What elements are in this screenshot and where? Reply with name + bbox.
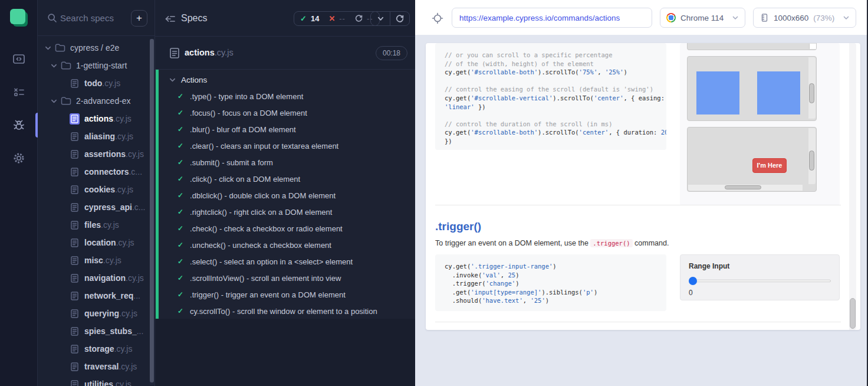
- code-token: cy.get(: [445, 94, 471, 102]
- debug-bug-icon: [12, 118, 26, 132]
- rail-item-runs[interactable]: [0, 79, 38, 105]
- tree-row[interactable]: cypress_api.c...: [38, 198, 154, 216]
- scrollbar-thumb[interactable]: [809, 83, 814, 103]
- tree-row[interactable]: navigation.cy.js: [38, 269, 154, 287]
- tree-row[interactable]: assertions.cy.js: [38, 145, 154, 163]
- tree-row[interactable]: actions.cy.js: [38, 110, 154, 127]
- tree-row[interactable]: cookies.cy.js: [38, 181, 154, 198]
- rail-item-settings[interactable]: [0, 145, 38, 171]
- passed-check-icon: ✓: [177, 274, 183, 282]
- test-row[interactable]: ✓.rightclick() - right click on a DOM el…: [155, 204, 415, 220]
- tree-scrollbar-thumb[interactable]: [150, 39, 154, 382]
- suite-header[interactable]: Actions: [155, 72, 415, 88]
- test-row[interactable]: ✓.blur() - blur off a DOM element: [155, 121, 415, 138]
- demo-vertical-scrollbar[interactable]: [808, 128, 816, 184]
- tree-row[interactable]: files.cy.js: [38, 216, 154, 234]
- code-token: ,: [501, 271, 508, 279]
- collapse-panel-icon[interactable]: [165, 14, 176, 24]
- im-here-button[interactable]: I'm Here: [752, 158, 787, 173]
- test-row[interactable]: ✓.dblclick() - double click on a DOM ele…: [155, 187, 415, 204]
- test-row[interactable]: ✓.clear() - clears an input or textarea …: [155, 138, 415, 154]
- tree-row[interactable]: todo.cy.js: [38, 74, 154, 92]
- reporter-panel: Specs ✓ 14 ✕ -- --: [154, 0, 415, 386]
- code-token: ): [515, 280, 519, 287]
- code-token: // control the duration of the scroll (i…: [445, 120, 612, 127]
- tree-row[interactable]: querying.cy.js: [38, 305, 154, 322]
- slider-track: [689, 280, 831, 282]
- file-ext: .cy.js: [101, 220, 119, 230]
- tree-row[interactable]: utilities.cy.js: [38, 375, 154, 386]
- scrollable-target-box[interactable]: I'm Here: [687, 127, 817, 192]
- test-title: .select() - select an option in a <selec…: [190, 257, 353, 266]
- test-row[interactable]: ✓.check() - check a checkbox or radio el…: [155, 220, 415, 237]
- scrollable-both-box[interactable]: [687, 56, 817, 121]
- code-token: , { easing:: [623, 94, 665, 102]
- viewport-size-dropdown[interactable]: 1000x660 (73%): [753, 8, 856, 28]
- spec-file-icon: [70, 184, 80, 195]
- rail-item-specs[interactable]: [0, 46, 38, 72]
- tree-row[interactable]: connectors.c...: [38, 163, 154, 181]
- demo-blue-square: [696, 71, 739, 115]
- spec-file-icon: [70, 273, 80, 284]
- file-ext: .cy.js: [103, 256, 121, 265]
- collapse-all-button[interactable]: [371, 12, 390, 25]
- file-name: spies_stubs_: [84, 326, 137, 336]
- tree-row[interactable]: cypress / e2e: [38, 39, 154, 57]
- file-name: network_req: [84, 291, 133, 300]
- url-bar[interactable]: https://example.cypress.io/commands/acti…: [452, 8, 652, 28]
- code-token: ).scrollTo(: [538, 129, 579, 136]
- test-row[interactable]: ✓.trigger() - trigger an event on a DOM …: [155, 286, 415, 303]
- rail-item-debug[interactable]: [0, 112, 38, 138]
- chevron-down-icon: [51, 63, 57, 69]
- tree-row[interactable]: 2-advanced-ex: [38, 92, 154, 110]
- tree-row[interactable]: misc.cy.js: [38, 251, 154, 269]
- tree-scrollbar[interactable]: [150, 39, 154, 385]
- spec-file-icon: [70, 113, 80, 125]
- test-title: .trigger() - trigger an event on a DOM e…: [190, 290, 346, 299]
- tree-row[interactable]: traversal.cy.js: [38, 358, 154, 375]
- tree-row[interactable]: 1-getting-start: [38, 57, 154, 74]
- spec-file-icon: [70, 361, 80, 372]
- browser-version-label: Chrome 114: [680, 14, 727, 22]
- test-row[interactable]: ✓.type() - type into a DOM element: [155, 88, 415, 104]
- passed-check-icon: ✓: [177, 175, 183, 183]
- test-row[interactable]: ✓.uncheck() - uncheck a checkbox element: [155, 237, 415, 253]
- tree-row[interactable]: network_req...: [38, 287, 154, 305]
- aut-page-scrollbar[interactable]: [849, 43, 856, 330]
- test-row[interactable]: ✓.scrollIntoView() - scroll an element i…: [155, 270, 415, 286]
- running-spec-row[interactable]: actions.cy.js 00:18: [155, 37, 415, 70]
- test-row[interactable]: ✓.focus() - focus on a DOM element: [155, 104, 415, 121]
- passed-check-icon: ✓: [177, 191, 183, 199]
- test-row[interactable]: ✓.select() - select an option in a <sele…: [155, 253, 415, 270]
- code-token: ): [623, 68, 627, 76]
- rerun-tests-button[interactable]: [390, 12, 409, 25]
- test-row[interactable]: ✓.click() - click on a DOM element: [155, 171, 415, 187]
- code-line: }): [445, 137, 657, 146]
- tree-row[interactable]: aliasing.cy.js: [38, 127, 154, 145]
- cypress-logo[interactable]: [10, 9, 28, 27]
- file-ext: .cy.js: [115, 132, 133, 141]
- code-token: ).scrollTo(: [538, 68, 579, 76]
- code-token: .trigger(: [445, 280, 486, 287]
- scrollbar-thumb[interactable]: [850, 298, 856, 329]
- spec-duration-badge: 00:18: [376, 46, 407, 60]
- new-spec-button[interactable]: +: [131, 10, 147, 27]
- test-row[interactable]: ✓.submit() - submit a form: [155, 154, 415, 171]
- trigger-section-heading[interactable]: .trigger(): [435, 220, 481, 233]
- selector-playground-icon[interactable]: [432, 12, 443, 24]
- failed-x-icon: ✕: [328, 14, 335, 23]
- tree-row[interactable]: storage.cy.js: [38, 340, 154, 358]
- tree-row[interactable]: spies_stubs_...: [38, 322, 154, 340]
- scrollbar-thumb[interactable]: [725, 185, 761, 189]
- tree-row[interactable]: location.cy.js: [38, 234, 154, 251]
- demo-vertical-scrollbar[interactable]: [808, 57, 816, 119]
- browser-version-dropdown[interactable]: Chrome 114: [660, 8, 745, 28]
- scrollbar-thumb[interactable]: [809, 151, 814, 171]
- reporter-header-buttons: [370, 11, 410, 26]
- slider-thumb[interactable]: [689, 277, 697, 285]
- file-ext: .cy.js: [102, 78, 120, 88]
- search-specs-input[interactable]: [60, 8, 143, 27]
- range-input-slider[interactable]: [689, 277, 831, 285]
- test-row[interactable]: ✓cy.scrollTo() - scroll the window or el…: [155, 303, 415, 319]
- demo-horizontal-scrollbar[interactable]: [688, 185, 803, 191]
